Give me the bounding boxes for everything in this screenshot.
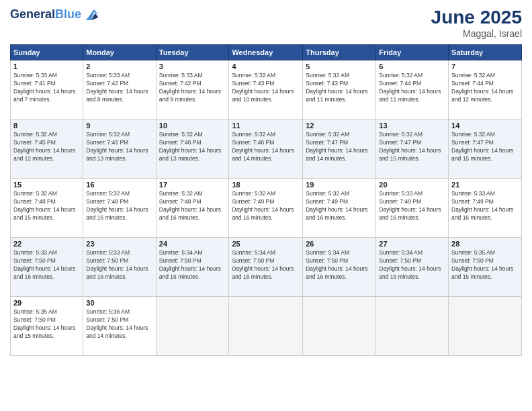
day-number: 18 [232, 181, 300, 189]
day-info: Sunrise: 5:33 AMSunset: 7:49 PMDaylight … [379, 190, 445, 222]
header-sunday: Sunday [11, 45, 83, 60]
day-number: 22 [13, 240, 80, 248]
title-block: June 2025 Maggal, Israel [431, 7, 522, 39]
logo: GeneralBlue [10, 7, 99, 23]
day-number: 10 [159, 122, 226, 130]
table-row: 6Sunrise: 5:32 AMSunset: 7:44 PMDaylight… [376, 60, 449, 120]
day-info: Sunrise: 5:32 AMSunset: 7:47 PMDaylight … [451, 131, 519, 163]
day-number: 9 [86, 122, 152, 130]
table-row: 24Sunrise: 5:34 AMSunset: 7:50 PMDayligh… [156, 238, 229, 297]
day-info: Sunrise: 5:32 AMSunset: 7:44 PMDaylight … [451, 72, 519, 104]
table-row: 17Sunrise: 5:32 AMSunset: 7:48 PMDayligh… [156, 179, 229, 238]
table-row [449, 297, 522, 356]
day-info: Sunrise: 5:34 AMSunset: 7:50 PMDaylight … [306, 249, 373, 281]
table-row: 25Sunrise: 5:34 AMSunset: 7:50 PMDayligh… [229, 238, 303, 297]
day-info: Sunrise: 5:32 AMSunset: 7:49 PMDaylight … [306, 190, 373, 222]
day-info: Sunrise: 5:33 AMSunset: 7:42 PMDaylight … [86, 72, 152, 104]
day-info: Sunrise: 5:33 AMSunset: 7:49 PMDaylight … [451, 190, 519, 222]
table-row: 15Sunrise: 5:32 AMSunset: 7:48 PMDayligh… [11, 179, 83, 238]
calendar-week-row: 22Sunrise: 5:33 AMSunset: 7:50 PMDayligh… [11, 238, 522, 297]
day-number: 15 [13, 181, 80, 189]
svg-marker-0 [86, 9, 98, 20]
day-number: 12 [306, 122, 373, 130]
day-info: Sunrise: 5:34 AMSunset: 7:50 PMDaylight … [232, 249, 300, 281]
table-row: 11Sunrise: 5:32 AMSunset: 7:46 PMDayligh… [229, 120, 303, 179]
table-row: 29Sunrise: 5:35 AMSunset: 7:50 PMDayligh… [11, 297, 83, 356]
day-info: Sunrise: 5:32 AMSunset: 7:46 PMDaylight … [232, 131, 300, 163]
table-row: 28Sunrise: 5:35 AMSunset: 7:50 PMDayligh… [449, 238, 522, 297]
table-row: 3Sunrise: 5:33 AMSunset: 7:42 PMDaylight… [156, 60, 229, 120]
day-info: Sunrise: 5:35 AMSunset: 7:50 PMDaylight … [13, 308, 80, 340]
calendar-table: Sunday Monday Tuesday Wednesday Thursday… [10, 44, 522, 356]
table-row: 2Sunrise: 5:33 AMSunset: 7:42 PMDaylight… [83, 60, 156, 120]
day-number: 1 [13, 62, 80, 71]
day-info: Sunrise: 5:36 AMSunset: 7:50 PMDaylight … [86, 308, 152, 340]
table-row: 21Sunrise: 5:33 AMSunset: 7:49 PMDayligh… [449, 179, 522, 238]
logo-icon [83, 7, 99, 23]
table-row: 4Sunrise: 5:32 AMSunset: 7:43 PMDaylight… [229, 60, 303, 120]
day-number: 20 [379, 181, 445, 189]
table-row: 10Sunrise: 5:32 AMSunset: 7:46 PMDayligh… [156, 120, 229, 179]
day-info: Sunrise: 5:33 AMSunset: 7:50 PMDaylight … [86, 249, 152, 281]
day-number: 4 [232, 62, 300, 71]
day-info: Sunrise: 5:33 AMSunset: 7:42 PMDaylight … [159, 72, 226, 104]
day-number: 3 [159, 62, 226, 71]
day-info: Sunrise: 5:33 AMSunset: 7:50 PMDaylight … [13, 249, 80, 281]
day-info: Sunrise: 5:32 AMSunset: 7:47 PMDaylight … [379, 131, 445, 163]
calendar-subtitle: Maggal, Israel [431, 28, 522, 39]
table-row: 13Sunrise: 5:32 AMSunset: 7:47 PMDayligh… [376, 120, 449, 179]
day-number: 24 [159, 240, 226, 248]
day-number: 13 [379, 122, 445, 130]
table-row: 30Sunrise: 5:36 AMSunset: 7:50 PMDayligh… [83, 297, 156, 356]
table-row: 18Sunrise: 5:32 AMSunset: 7:49 PMDayligh… [229, 179, 303, 238]
day-number: 21 [451, 181, 519, 189]
header: GeneralBlue June 2025 Maggal, Israel [10, 7, 522, 39]
table-row [156, 297, 229, 356]
table-row: 22Sunrise: 5:33 AMSunset: 7:50 PMDayligh… [11, 238, 83, 297]
header-tuesday: Tuesday [156, 45, 229, 60]
calendar-week-row: 8Sunrise: 5:32 AMSunset: 7:45 PMDaylight… [11, 120, 522, 179]
day-number: 26 [306, 240, 373, 248]
day-info: Sunrise: 5:32 AMSunset: 7:43 PMDaylight … [306, 72, 373, 104]
header-wednesday: Wednesday [229, 45, 303, 60]
day-info: Sunrise: 5:33 AMSunset: 7:41 PMDaylight … [13, 72, 80, 104]
day-number: 17 [159, 181, 226, 189]
table-row: 8Sunrise: 5:32 AMSunset: 7:45 PMDaylight… [11, 120, 83, 179]
day-info: Sunrise: 5:32 AMSunset: 7:48 PMDaylight … [86, 190, 152, 222]
day-number: 19 [306, 181, 373, 189]
table-row [303, 297, 376, 356]
day-number: 25 [232, 240, 300, 248]
calendar-week-row: 29Sunrise: 5:35 AMSunset: 7:50 PMDayligh… [11, 297, 522, 356]
table-row: 12Sunrise: 5:32 AMSunset: 7:47 PMDayligh… [303, 120, 376, 179]
calendar-week-row: 15Sunrise: 5:32 AMSunset: 7:48 PMDayligh… [11, 179, 522, 238]
day-number: 14 [451, 122, 519, 130]
day-number: 23 [86, 240, 152, 248]
header-friday: Friday [376, 45, 449, 60]
table-row: 1Sunrise: 5:33 AMSunset: 7:41 PMDaylight… [11, 60, 83, 120]
day-number: 30 [86, 299, 152, 307]
table-row: 27Sunrise: 5:34 AMSunset: 7:50 PMDayligh… [376, 238, 449, 297]
header-monday: Monday [83, 45, 156, 60]
weekday-header-row: Sunday Monday Tuesday Wednesday Thursday… [11, 45, 522, 60]
header-thursday: Thursday [303, 45, 376, 60]
table-row: 23Sunrise: 5:33 AMSunset: 7:50 PMDayligh… [83, 238, 156, 297]
day-info: Sunrise: 5:32 AMSunset: 7:48 PMDaylight … [13, 190, 80, 222]
day-info: Sunrise: 5:34 AMSunset: 7:50 PMDaylight … [159, 249, 226, 281]
table-row: 14Sunrise: 5:32 AMSunset: 7:47 PMDayligh… [449, 120, 522, 179]
calendar-week-row: 1Sunrise: 5:33 AMSunset: 7:41 PMDaylight… [11, 60, 522, 120]
day-number: 28 [451, 240, 519, 248]
table-row: 20Sunrise: 5:33 AMSunset: 7:49 PMDayligh… [376, 179, 449, 238]
day-number: 16 [86, 181, 152, 189]
header-saturday: Saturday [449, 45, 522, 60]
day-info: Sunrise: 5:35 AMSunset: 7:50 PMDaylight … [451, 249, 519, 281]
day-number: 27 [379, 240, 445, 248]
day-number: 6 [379, 62, 445, 71]
day-info: Sunrise: 5:34 AMSunset: 7:50 PMDaylight … [379, 249, 445, 281]
table-row: 26Sunrise: 5:34 AMSunset: 7:50 PMDayligh… [303, 238, 376, 297]
calendar-title: June 2025 [431, 7, 522, 28]
table-row: 5Sunrise: 5:32 AMSunset: 7:43 PMDaylight… [303, 60, 376, 120]
day-number: 7 [451, 62, 519, 71]
day-info: Sunrise: 5:32 AMSunset: 7:43 PMDaylight … [232, 72, 300, 104]
day-info: Sunrise: 5:32 AMSunset: 7:49 PMDaylight … [232, 190, 300, 222]
table-row: 7Sunrise: 5:32 AMSunset: 7:44 PMDaylight… [449, 60, 522, 120]
